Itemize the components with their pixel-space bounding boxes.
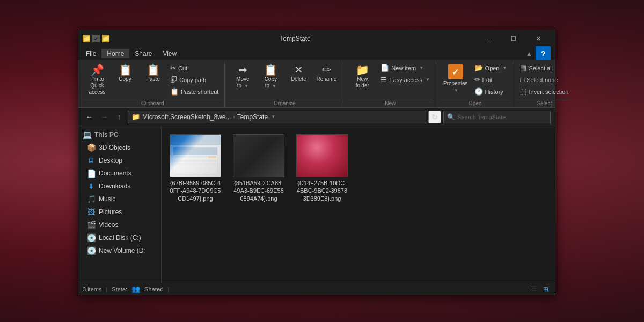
this-pc-label: This PC (94, 131, 119, 138)
state-label: State: (112, 286, 127, 292)
sidebar-item-3d-objects[interactable]: 📦 3D Objects (78, 141, 161, 154)
titlebar-icon-2: ✓ (92, 35, 100, 42)
back-button[interactable]: ← (83, 111, 96, 123)
sidebar-item-music[interactable]: 🎵 Music (78, 193, 161, 206)
paste-icon: 📋 (147, 64, 160, 75)
path-segment-root[interactable]: Microsoft.ScreenSketch_8we... (142, 113, 231, 121)
refresh-button[interactable]: ↻ (428, 111, 441, 123)
properties-button[interactable]: ✓ Properties▼ (441, 62, 471, 96)
music-icon: 🎵 (87, 195, 96, 203)
ribbon-content: 📌 Pin to Quickaccess 📋 Copy 📋 Paste (78, 60, 555, 107)
content-area: 💻 This PC 📦 3D Objects 🖥 Desktop 📄 Docum… (78, 126, 555, 283)
documents-icon: 📄 (87, 169, 96, 178)
cut-button[interactable]: ✂ Cut (167, 62, 221, 74)
ribbon: 📌 Pin to Quickaccess 📋 Copy 📋 Paste (78, 60, 555, 108)
new-item-button[interactable]: 📄 New item ▼ (378, 62, 433, 74)
search-box[interactable]: 🔍 Search TempState (443, 111, 551, 123)
file-name-2: {851BA59D-CA88-49A3-B9EC-69E580894A74}.p… (233, 179, 284, 202)
menu-file[interactable]: File (80, 49, 101, 58)
videos-label: Videos (99, 221, 118, 229)
easy-access-button[interactable]: ☰ Easy access ▼ (378, 74, 433, 85)
sidebar-item-pictures[interactable]: 🖼 Pictures (78, 206, 161, 218)
cut-label: Cut (178, 65, 187, 71)
file-explorer-window: 📁 ✓ 📁 TempState ─ ☐ ✕ File Home Share Vi… (78, 30, 555, 295)
sidebar-item-local-disk[interactable]: 💽 Local Disk (C:) (78, 231, 161, 244)
sidebar-this-pc[interactable]: 💻 This PC (78, 128, 161, 141)
addressbar: ← → ↑ 📁 Microsoft.ScreenSketch_8we... › … (78, 108, 555, 126)
minimize-button[interactable]: ─ (477, 30, 501, 47)
shared-label: Shared (144, 286, 163, 292)
move-to-button[interactable]: ➡ Moveto ▼ (229, 62, 256, 91)
ribbon-open-group: ✓ Properties▼ 📂 Open ▼ ✏ Edit (437, 62, 513, 107)
select-items: ▦ Select all □ Select none ⬚ Invert sele… (517, 62, 571, 98)
select-all-button[interactable]: ▦ Select all (517, 62, 571, 74)
forward-button[interactable]: → (98, 111, 111, 123)
select-all-label: Select all (529, 65, 553, 71)
select-none-label: Select none (526, 77, 558, 83)
open-button[interactable]: 📂 Open ▼ (472, 62, 510, 74)
new-label: New (348, 99, 433, 106)
file-area: {67BF9589-085C-40FF-A948-7DC9C5CD1497}.p… (162, 126, 555, 283)
pin-label: Pin to Quickaccess (86, 76, 108, 96)
up-button[interactable]: ↑ (113, 111, 126, 123)
rename-button[interactable]: ✏ Rename (313, 62, 340, 85)
copy-to-button[interactable]: 📋 Copyto ▼ (257, 62, 284, 91)
file-item-1[interactable]: {67BF9589-085C-40FF-A948-7DC9C5CD1497}.p… (166, 130, 225, 206)
path-dropdown-arrow[interactable]: ▼ (271, 114, 275, 119)
new-folder-button[interactable]: 📁 Newfolder (348, 62, 377, 91)
select-label: Select (517, 99, 571, 106)
new-volume-icon: 💽 (87, 246, 96, 255)
ribbon-organize-group: ➡ Moveto ▼ 📋 Copyto ▼ ✕ Delete ✏ Rename (226, 62, 343, 107)
sidebar-item-downloads[interactable]: ⬇ Downloads (78, 180, 161, 193)
folder-path-icon: 📁 (131, 113, 140, 121)
file-thumbnail-1 (170, 134, 221, 177)
select-none-button[interactable]: □ Select none (517, 74, 571, 85)
titlebar-icon-3: 📁 (102, 35, 109, 42)
path-segment-current[interactable]: TempState (237, 113, 268, 121)
status-separator-1: | (106, 286, 107, 292)
file-item-3[interactable]: {D14F275B-10DC-4BBC-9BC2-398783D389E8}.p… (292, 130, 352, 206)
delete-button[interactable]: ✕ Delete (285, 62, 312, 85)
properties-check-icon: ✓ (452, 67, 459, 77)
rename-label: Rename (316, 76, 336, 83)
titlebar-controls: ─ ☐ ✕ (477, 30, 551, 47)
menu-view[interactable]: View (157, 49, 182, 58)
delete-icon: ✕ (294, 64, 303, 75)
history-icon: 🕐 (474, 87, 483, 96)
file-name-3: {D14F275B-10DC-4BBC-9BC2-398783D389E8}.p… (296, 179, 348, 202)
videos-icon: 🎬 (87, 221, 96, 229)
sidebar-item-documents[interactable]: 📄 Documents (78, 167, 161, 180)
ribbon-select-group: ▦ Select all □ Select none ⬚ Invert sele… (514, 62, 574, 107)
item-count: 3 items (83, 286, 101, 292)
paste-label: Paste (146, 76, 160, 83)
path-separator-arrow: › (233, 114, 235, 120)
invert-selection-button[interactable]: ⬚ Invert selection (517, 86, 571, 97)
copy-button[interactable]: 📋 Copy (112, 62, 138, 85)
history-button[interactable]: 🕐 History (472, 86, 510, 97)
tiles-view-button[interactable]: ⊞ (541, 284, 551, 294)
menu-home[interactable]: Home (101, 49, 129, 58)
edit-button[interactable]: ✏ Edit (472, 74, 510, 85)
this-pc-icon: 💻 (83, 130, 91, 139)
new-item-label: New item (391, 65, 416, 71)
details-view-button[interactable]: ☰ (529, 284, 539, 294)
ribbon-chevron-up-icon[interactable]: ▲ (523, 49, 536, 58)
3d-objects-label: 3D Objects (99, 144, 130, 151)
maximize-button[interactable]: ☐ (501, 30, 526, 47)
history-label: History (485, 89, 503, 95)
file-item-2[interactable]: {851BA59D-CA88-49A3-B9EC-69E580894A74}.p… (229, 130, 288, 206)
help-button[interactable]: ? (536, 46, 551, 61)
ribbon-clipboard-group: 📌 Pin to Quickaccess 📋 Copy 📋 Paste (80, 62, 225, 107)
sidebar-item-desktop[interactable]: 🖥 Desktop (78, 154, 161, 167)
pin-quick-access-button[interactable]: 📌 Pin to Quickaccess (84, 62, 111, 98)
sidebar-item-new-volume[interactable]: 💽 New Volume (D: (78, 244, 161, 257)
move-to-icon: ➡ (238, 64, 247, 75)
paste-shortcut-button[interactable]: 📋 Paste shortcut (167, 86, 221, 97)
close-button[interactable]: ✕ (526, 30, 551, 47)
sidebar-item-videos[interactable]: 🎬 Videos (78, 218, 161, 231)
address-path[interactable]: 📁 Microsoft.ScreenSketch_8we... › TempSt… (128, 111, 426, 123)
menu-share[interactable]: Share (129, 49, 157, 58)
paste-button[interactable]: 📋 Paste (140, 62, 166, 85)
copy-path-button[interactable]: 🗐 Copy path (167, 74, 221, 85)
downloads-label: Downloads (99, 182, 130, 190)
